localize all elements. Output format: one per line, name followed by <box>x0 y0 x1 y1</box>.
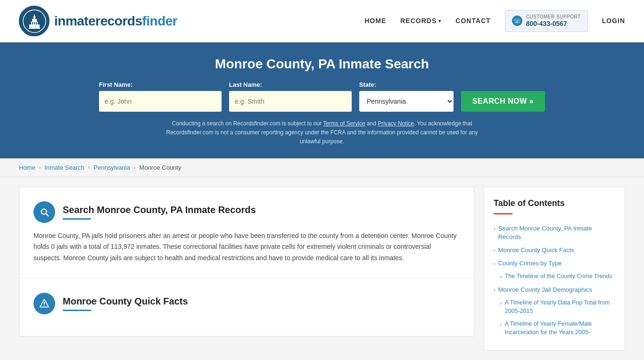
svg-rect-1 <box>29 25 40 28</box>
alert-icon-circle <box>33 293 55 314</box>
search-form: First Name: Last Name: State: Pennsylvan… <box>19 81 625 112</box>
customer-support-button[interactable]: ☏ CUSTOMER SUPPORT 800-433-0567 <box>505 10 588 32</box>
state-group: State: Pennsylvania <box>359 81 454 112</box>
nav-home[interactable]: HOME <box>364 17 386 25</box>
svg-rect-6 <box>30 22 31 25</box>
nav-contact[interactable]: CONTACT <box>455 17 490 25</box>
card-title-2: Monroe County Quick Facts <box>63 296 188 307</box>
breadcrumb-sep-3: › <box>134 165 136 170</box>
toc-title: Table of Contents <box>494 198 615 208</box>
state-label: State: <box>359 81 376 88</box>
title-underline-2 <box>63 310 91 311</box>
terms-link[interactable]: Terms of Service <box>323 120 365 127</box>
chevron-right-icon: › <box>500 321 502 337</box>
svg-rect-8 <box>34 22 35 25</box>
breadcrumb-sep-2: › <box>88 165 90 170</box>
card-title-wrapper-1: Search Monroe County, PA Inmate Records <box>63 205 256 220</box>
svg-rect-10 <box>38 22 39 25</box>
chevron-right-icon: › <box>494 247 495 255</box>
chevron-right-icon: › <box>494 225 495 241</box>
chevron-right-icon: › <box>500 300 502 315</box>
toc-divider <box>494 213 512 214</box>
alert-icon <box>39 298 50 309</box>
svg-rect-11 <box>29 28 40 29</box>
privacy-link[interactable]: Privacy Notice <box>378 120 414 127</box>
logo-text: inmaterecordsfinder <box>54 14 177 29</box>
toc-card: Table of Contents › Search Monroe County… <box>484 187 625 351</box>
svg-point-13 <box>44 305 45 306</box>
chevron-down-icon: ▾ <box>438 18 441 24</box>
last-name-input[interactable] <box>229 91 352 112</box>
nav-login[interactable]: LOGIN <box>602 17 625 25</box>
card-title-wrapper-2: Monroe County Quick Facts <box>63 296 188 311</box>
svg-rect-7 <box>32 22 33 25</box>
toc-link-4[interactable]: › The Timeline of the County Crime Trend… <box>500 272 615 281</box>
chevron-right-icon: › <box>494 260 495 268</box>
svg-rect-9 <box>36 22 37 25</box>
svg-rect-3 <box>32 19 37 22</box>
search-icon-circle <box>33 201 55 223</box>
nav-records[interactable]: RECORDS ▾ <box>400 17 441 25</box>
toc-item-3: › County Crimes by Type <box>494 257 615 270</box>
toc-link-2[interactable]: › Monroe County Quick Facts <box>494 246 615 255</box>
first-name-label: First Name: <box>99 81 133 88</box>
breadcrumb: Home › Inmate Search › Pennsylvania › Mo… <box>0 158 644 177</box>
toc-item-1: › Search Monroe County, PA Inmate Record… <box>494 222 615 244</box>
toc-item-6: › A Timeline of Yearly Data Pop Total fr… <box>494 296 615 318</box>
search-icon <box>39 207 50 217</box>
logo-area: inmaterecordsfinder <box>19 6 177 36</box>
card-body-1: Monroe County, PA jails hold prisoners a… <box>33 230 460 264</box>
hero-section: Monroe County, PA Inmate Search First Na… <box>0 42 644 158</box>
state-select[interactable]: Pennsylvania <box>359 91 454 112</box>
breadcrumb-state[interactable]: Pennsylvania <box>94 164 130 171</box>
chevron-right-icon: › <box>494 287 495 294</box>
chevron-right-icon: › <box>500 273 502 281</box>
toc-item-4: › The Timeline of the County Crime Trend… <box>494 270 615 283</box>
svg-rect-5 <box>34 15 35 16</box>
toc-list: › Search Monroe County, PA Inmate Record… <box>494 222 615 339</box>
title-underline-1 <box>63 218 91 220</box>
toc-item-5: › Monroe County Jail Demographics <box>494 283 615 296</box>
first-name-input[interactable] <box>99 91 222 112</box>
breadcrumb-inmate-search[interactable]: Inmate Search <box>44 164 84 171</box>
support-text: CUSTOMER SUPPORT 800-433-0567 <box>526 14 581 28</box>
toc-link-5[interactable]: › Monroe County Jail Demographics <box>494 286 615 294</box>
sidebar: Table of Contents › Search Monroe County… <box>484 187 625 351</box>
toc-link-6[interactable]: › A Timeline of Yearly Data Pop Total fr… <box>500 299 615 315</box>
last-name-group: Last Name: <box>229 81 352 112</box>
toc-item-7: › A Timeline of Yearly Female/Male Incar… <box>494 318 615 339</box>
inmate-records-card: Search Monroe County, PA Inmate Records … <box>19 187 474 278</box>
main-nav: HOME RECORDS ▾ CONTACT ☏ CUSTOMER SUPPOR… <box>364 10 625 32</box>
quick-facts-card: Monroe County Quick Facts <box>19 278 474 337</box>
breadcrumb-county: Monroe County <box>140 164 182 171</box>
content-area: Search Monroe County, PA Inmate Records … <box>19 187 474 351</box>
breadcrumb-sep-1: › <box>39 165 41 170</box>
card-title-1: Search Monroe County, PA Inmate Records <box>63 205 256 215</box>
card-header-1: Search Monroe County, PA Inmate Records <box>33 201 460 223</box>
main-container: Search Monroe County, PA Inmate Records … <box>0 177 644 360</box>
svg-rect-4 <box>33 16 35 19</box>
site-header: inmaterecordsfinder HOME RECORDS ▾ CONTA… <box>0 0 644 42</box>
hero-title: Monroe County, PA Inmate Search <box>19 57 625 72</box>
search-button[interactable]: SEARCH NOW » <box>461 91 545 112</box>
toc-link-3[interactable]: › County Crimes by Type <box>494 259 615 268</box>
breadcrumb-home[interactable]: Home <box>19 164 35 171</box>
toc-item-2: › Monroe County Quick Facts <box>494 244 615 257</box>
logo-icon <box>19 6 50 36</box>
toc-link-7[interactable]: › A Timeline of Yearly Female/Male Incar… <box>500 320 615 337</box>
phone-icon: ☏ <box>512 16 522 26</box>
first-name-group: First Name: <box>99 81 222 112</box>
last-name-label: Last Name: <box>229 81 262 88</box>
card-header-2: Monroe County Quick Facts <box>33 293 460 314</box>
toc-link-1[interactable]: › Search Monroe County, PA Inmate Record… <box>494 224 615 241</box>
disclaimer-text: Conducting a search on Recordsfinder.com… <box>157 119 487 147</box>
